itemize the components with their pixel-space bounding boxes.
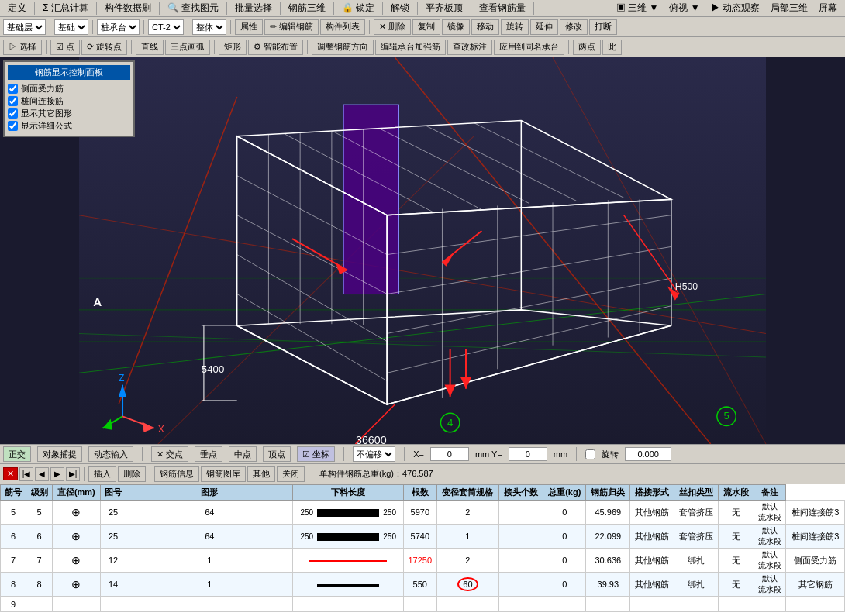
pile-cap-select[interactable]: 桩承台 [97,19,140,35]
point-btn[interactable]: ☑ 点 [50,40,80,55]
apply-same-btn[interactable]: 应用到同名承台 [494,40,564,55]
y-input[interactable] [509,447,547,461]
menu-lock[interactable]: 🔒 锁定 [337,0,379,16]
menu-3dview[interactable]: ▣ 三维 ▼ [612,0,664,16]
perp-btn[interactable]: 垂点 [195,446,222,462]
col-splice: 搭接形式 [630,485,674,501]
rotate-check[interactable] [585,449,595,459]
extend-btn[interactable]: 延伸 [530,19,558,35]
nav-next[interactable]: ▶ [50,467,64,481]
rebar-check-side-input[interactable] [8,84,18,94]
intersect-btn[interactable]: ✕ 交点 [151,446,188,462]
tt-sep1 [84,467,84,481]
nav-last[interactable]: ▶| [66,467,80,481]
col-dia: 直径(mm) [52,485,100,501]
t1-sep5 [230,20,231,34]
rebar-check-side-label: 侧面受力筋 [21,83,64,95]
rotate-input[interactable] [625,447,671,461]
mid-btn[interactable]: 中点 [229,446,257,462]
menu-top-view[interactable]: 俯视 ▼ [664,0,704,16]
break-btn[interactable]: 打断 [589,19,617,35]
rebar-check-other-input[interactable] [8,108,18,119]
col-flow: 流水段 [719,485,754,501]
coord-btn[interactable]: ☑ 坐标 [297,446,335,462]
mirror-btn[interactable]: 镜像 [442,19,470,35]
menu-dynamic[interactable]: ▶ 动态观察 [706,0,764,16]
menu-summary[interactable]: Σ 汇总计算 [38,0,93,16]
t1-sep3 [143,20,144,34]
col-cat: 钢筋归类 [586,485,630,501]
menu-local-3d[interactable]: 局部三维 [766,0,812,16]
table-row[interactable]: 77⊕121172502030.636其他钢筋绑扎无默认流水段侧面受力筋 [1,549,845,573]
offset-select[interactable]: 不偏移 [353,446,395,462]
rotate-btn[interactable]: 旋转 [501,19,529,35]
rebar-check-pile-input[interactable] [8,96,18,106]
menu-3d-rebar[interactable]: 钢筋三维 [284,0,330,16]
t2-sep1 [46,40,47,54]
ortho-btn[interactable]: 正交 [3,446,31,462]
svg-text:5400: 5400 [202,363,224,375]
rebar-check-detail-input[interactable] [8,121,18,131]
menu-align-top[interactable]: 平齐板顶 [421,0,467,16]
vertex-btn[interactable]: 顶点 [263,446,291,462]
rebar-panel: 钢筋显示控制面板 侧面受力筋 桩间连接筋 显示其它图形 显示详细公式 [3,60,135,137]
menu-refresh[interactable]: 构件数据刷 [100,0,156,16]
sb-sep4 [576,447,577,461]
other-btn[interactable]: 其他 [247,466,275,482]
layer-select[interactable]: 基础层 [3,19,46,35]
menu-define[interactable]: 定义 [3,0,31,16]
sep1 [34,2,35,15]
sep9 [471,2,471,15]
rebar-info-btn[interactable]: 钢筋信息 [154,466,199,482]
rotate-label: 旋转 [602,449,619,460]
comp-list-btn[interactable]: 构件列表 [320,19,365,35]
insert-btn[interactable]: 插入 [88,466,116,482]
select-btn[interactable]: ▷ 选择 [3,40,42,55]
close-btn[interactable]: 关闭 [277,466,305,482]
menu-unlock[interactable]: 解锁 [386,0,414,16]
menu-find[interactable]: 🔍 查找图元 [163,0,223,16]
table-row[interactable]: 55⊕2564250 25059702045.969其他钢筋套管挤压无默认流水段… [1,501,845,525]
move-btn[interactable]: 移动 [471,19,499,35]
menu-view-rebar[interactable]: 查看钢筋量 [474,0,530,16]
del-row-btn[interactable]: 删除 [118,466,146,482]
sep4 [226,2,227,15]
menu-batch[interactable]: 批量选择 [230,0,277,16]
base-select[interactable]: 基础 [54,19,88,35]
rect-btn[interactable]: 矩形 [219,40,247,55]
snap-btn[interactable]: 对象捕捉 [37,446,82,462]
two-point-btn[interactable]: 两点 [573,40,601,55]
col-shape: 图形 [126,485,293,501]
adjust-dir-btn[interactable]: 调整钢筋方向 [312,40,374,55]
svg-text:5: 5 [723,410,729,422]
whole-select[interactable]: 整体 [192,19,226,35]
table-row[interactable]: 9 [1,597,845,612]
col-note: 备注 [754,485,786,501]
close-red-btn[interactable]: ✕ [3,467,18,480]
arc-btn[interactable]: 三点画弧 [165,40,210,55]
sep6 [333,2,334,15]
edit-rebar-btn[interactable]: ✏ 编辑钢筋 [264,19,319,35]
edit-pile-cap-btn[interactable]: 编辑承台加强筋 [375,40,446,55]
change-mark-btn[interactable]: 查改标注 [447,40,492,55]
viewport[interactable]: 钢筋显示控制面板 侧面受力筋 桩间连接筋 显示其它图形 显示详细公式 [0,57,845,444]
line-btn[interactable]: 直线 [136,40,164,55]
svg-text:X: X [158,424,164,435]
ct-select[interactable]: CT-2 [148,19,184,35]
this-btn[interactable]: 此 [602,40,622,55]
col-figno: 图号 [100,485,126,501]
rotate-point-btn[interactable]: ⟳ 旋转点 [81,40,127,55]
delete-btn[interactable]: ✕ 删除 [374,19,411,35]
table-row[interactable]: 66⊕2564250 25057401022.099其他钢筋套管挤压无默认流水段… [1,525,845,549]
nav-first[interactable]: |◀ [19,467,33,481]
smart-layout-btn[interactable]: ⚙ 智能布置 [248,40,303,55]
rebar-lib-btn[interactable]: 钢筋图库 [201,466,246,482]
modify-btn[interactable]: 修改 [560,19,588,35]
table-row[interactable]: 88⊕14155060039.93其他钢筋绑扎无默认流水段其它钢筋 [1,573,845,597]
x-input[interactable] [430,447,469,461]
nav-prev[interactable]: ◀ [35,467,49,481]
dynin-btn[interactable]: 动态输入 [88,446,133,462]
menu-screen[interactable]: 屏幕 [814,0,842,16]
prop-btn[interactable]: 属性 [235,19,263,35]
copy-btn[interactable]: 复制 [412,19,440,35]
